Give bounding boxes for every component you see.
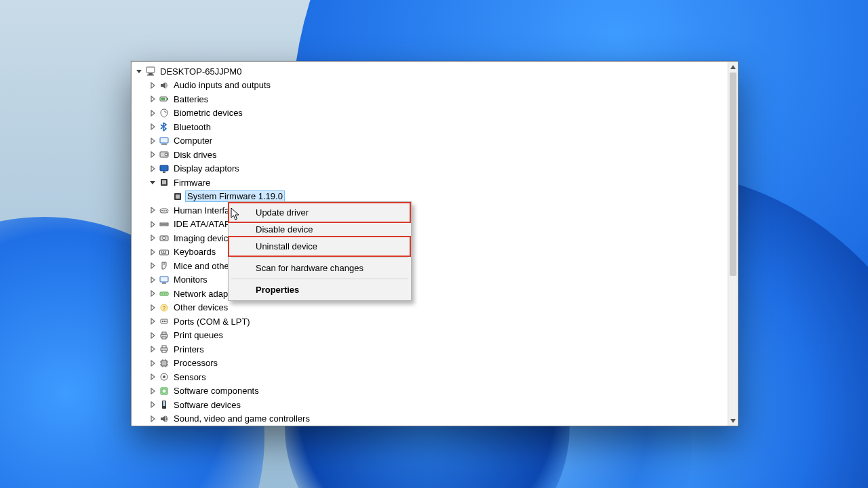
tree-node-cat-11[interactable]: Keyboards xyxy=(136,245,728,260)
expand-icon[interactable] xyxy=(149,249,159,256)
tree-node-label: Sound, video and game controllers xyxy=(172,413,311,424)
menu-separator xyxy=(231,257,408,258)
expand-icon[interactable] xyxy=(149,415,159,422)
port-icon xyxy=(159,316,170,327)
expand-icon[interactable] xyxy=(149,304,159,311)
svg-rect-25 xyxy=(161,251,162,253)
menu-item-properties[interactable]: Properties xyxy=(230,281,410,298)
collapse-icon[interactable] xyxy=(149,179,159,186)
expand-icon[interactable] xyxy=(149,262,159,269)
tree-node-cat-1[interactable]: Batteries xyxy=(136,92,728,106)
keyboard-icon xyxy=(159,247,170,258)
tree-node-cat-7[interactable]: Firmware xyxy=(136,176,728,190)
svg-rect-47 xyxy=(162,350,166,352)
scroll-down-button[interactable] xyxy=(728,415,738,426)
bluetooth-icon xyxy=(159,121,170,132)
mouse-icon xyxy=(159,260,170,271)
tree-node-cat-19[interactable]: Processors xyxy=(136,357,728,371)
svg-rect-35 xyxy=(165,293,167,295)
expand-icon[interactable] xyxy=(149,401,159,408)
tree-node-root[interactable]: DESKTOP-65JJPM0 xyxy=(136,64,728,79)
svg-rect-41 xyxy=(165,321,167,322)
expand-icon[interactable] xyxy=(149,96,159,102)
tree-view[interactable]: DESKTOP-65JJPM0Audio inputs and outputsB… xyxy=(132,62,728,426)
expand-icon[interactable] xyxy=(149,332,159,339)
expand-icon[interactable] xyxy=(149,346,159,352)
expand-icon[interactable] xyxy=(149,165,159,172)
menu-item-scan-for-hardware-changes[interactable]: Scan for hardware changes xyxy=(230,260,410,277)
expand-icon[interactable] xyxy=(149,82,159,89)
tree-node-cat-17[interactable]: Print queues xyxy=(136,329,728,343)
tree-node-label: Sensors xyxy=(172,372,208,382)
expand-icon[interactable] xyxy=(149,318,159,325)
tree-node-cat-6[interactable]: Display adaptors xyxy=(136,162,728,176)
other-icon: ? xyxy=(159,302,170,313)
tree-node-cat-2[interactable]: Biometric devices xyxy=(136,106,728,121)
tree-node-label: Software components xyxy=(172,386,260,396)
tree-node-label: Batteries xyxy=(172,94,210,104)
expand-icon[interactable] xyxy=(149,277,159,283)
computer-root-icon xyxy=(145,66,156,77)
tree-node-cat-13[interactable]: Monitors xyxy=(136,273,728,287)
expand-icon[interactable] xyxy=(149,235,159,241)
tree-node-cat-14[interactable]: Network adapters xyxy=(136,287,728,301)
tree-node-cat-3[interactable]: Bluetooth xyxy=(136,120,728,134)
tree-node-label: Ports (COM & LPT) xyxy=(172,317,252,327)
menu-item-uninstall-device[interactable]: Uninstall device xyxy=(230,238,410,255)
menu-item-disable-device[interactable]: Disable device xyxy=(230,221,410,238)
expand-icon[interactable] xyxy=(149,110,159,117)
tree-node-cat-21[interactable]: Software components xyxy=(136,384,728,399)
expand-icon[interactable] xyxy=(149,138,159,144)
svg-rect-21 xyxy=(161,224,167,225)
tree-node-firmware-child[interactable]: System Firmware 1.19.0 xyxy=(136,190,728,204)
tree-node-cat-4[interactable]: Computer xyxy=(136,134,728,148)
expand-icon[interactable] xyxy=(149,373,159,380)
collapse-icon[interactable] xyxy=(136,68,145,75)
tree-node-cat-12[interactable]: Mice and other pointing devices xyxy=(136,259,728,273)
svg-rect-1 xyxy=(149,73,153,75)
expand-icon[interactable] xyxy=(149,388,159,394)
svg-rect-30 xyxy=(160,277,168,282)
tree-node-label: Print queues xyxy=(172,330,224,340)
tree-node-cat-16[interactable]: Ports (COM & LPT) xyxy=(136,314,728,329)
tree-node-cat-10[interactable]: Imaging devices xyxy=(136,231,728,245)
tree-node-label: Printers xyxy=(172,344,205,354)
tree-node-cat-23[interactable]: Sound, video and game controllers xyxy=(136,412,728,426)
ide-icon xyxy=(159,219,170,230)
tree-node-cat-9[interactable]: IDE ATA/ATAPI controllers xyxy=(136,218,728,232)
tree-node-cat-5[interactable]: Disk drives xyxy=(136,148,728,162)
tree-node-cat-15[interactable]: ?Other devices xyxy=(136,301,728,315)
tree-node-cat-8[interactable]: Human Interface Devices xyxy=(136,203,728,218)
firmware-icon xyxy=(172,191,183,202)
expand-icon[interactable] xyxy=(149,151,159,158)
menu-item-update-driver[interactable]: Update driver xyxy=(230,204,410,221)
computer-icon xyxy=(159,136,170,146)
tree-node-label: Bluetooth xyxy=(172,122,212,132)
svg-rect-0 xyxy=(146,67,155,73)
swcomp-icon xyxy=(159,386,170,396)
tree-node-cat-0[interactable]: Audio inputs and outputs xyxy=(136,79,728,93)
expand-icon[interactable] xyxy=(149,123,159,130)
svg-point-18 xyxy=(163,210,165,211)
scroll-up-button[interactable] xyxy=(728,62,738,72)
expand-icon[interactable] xyxy=(149,360,159,367)
processor-icon xyxy=(159,358,170,369)
svg-rect-60 xyxy=(162,389,166,393)
tree-node-cat-22[interactable]: Software devices xyxy=(136,398,728,412)
expand-icon[interactable] xyxy=(149,207,159,214)
svg-rect-27 xyxy=(165,251,166,253)
tree-node-cat-18[interactable]: Printers xyxy=(136,342,728,357)
firmware-icon xyxy=(159,177,170,188)
svg-rect-39 xyxy=(162,321,163,322)
monitor-icon xyxy=(159,274,170,285)
disk-icon xyxy=(159,149,170,160)
scroll-thumb[interactable] xyxy=(730,73,736,276)
tree-node-label: Processors xyxy=(172,358,219,368)
tree-node-cat-20[interactable]: Sensors xyxy=(136,370,728,384)
vertical-scrollbar[interactable] xyxy=(728,62,738,426)
expand-icon[interactable] xyxy=(149,290,159,297)
tree-node-label: Audio inputs and outputs xyxy=(172,80,272,90)
svg-point-17 xyxy=(161,210,163,211)
display-icon xyxy=(159,163,170,174)
expand-icon[interactable] xyxy=(149,221,159,228)
